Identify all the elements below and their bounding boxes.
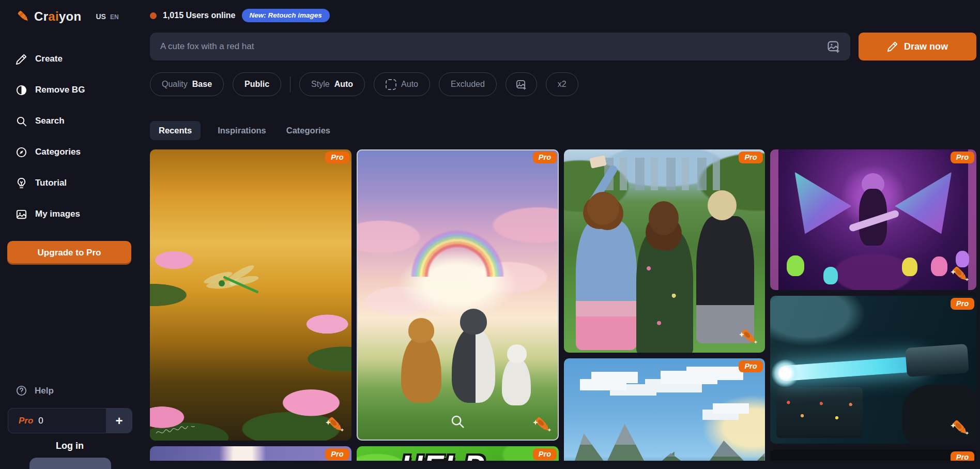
aspect-ratio-filter[interactable]: Auto xyxy=(374,72,430,96)
upgrade-to-pro-button[interactable]: Upgrade to Pro xyxy=(7,241,131,265)
sidebar-item-my-images[interactable]: My images xyxy=(16,199,147,230)
aspect-value: Auto xyxy=(401,80,418,89)
grid-column: Pro Pro xyxy=(770,149,976,461)
pro-badge: Pro xyxy=(739,152,762,163)
fairy-wing xyxy=(794,172,851,234)
crayon-logo-icon xyxy=(16,9,31,24)
edit-crayon-icon[interactable] xyxy=(324,413,347,436)
help-button[interactable]: Help xyxy=(16,385,132,397)
visibility-value: Public xyxy=(244,80,269,89)
grid-column: Pro Pro xyxy=(564,149,765,461)
ghost-figure xyxy=(902,258,917,276)
region-label[interactable]: US xyxy=(96,12,105,21)
quality-filter[interactable]: Quality Base xyxy=(150,72,224,96)
image-card-voxel-landscape[interactable]: Pro xyxy=(564,358,765,461)
edit-crayon-icon[interactable] xyxy=(948,416,972,440)
image-card-dragonfly-pond[interactable]: Pro xyxy=(150,149,351,441)
sidebar-item-label: Categories xyxy=(35,147,81,157)
image-card-park-selfie[interactable]: Pro xyxy=(564,149,765,353)
pro-badge: Pro xyxy=(951,451,974,461)
pro-badge: Pro xyxy=(325,448,349,460)
image-card-dark-glow[interactable]: Pro xyxy=(770,449,976,461)
add-image-button[interactable] xyxy=(826,39,841,54)
multiplier-filter[interactable]: x2 xyxy=(546,72,578,96)
login-button[interactable]: Log in xyxy=(11,441,128,451)
excluded-filter[interactable]: Excluded xyxy=(439,72,497,96)
person-figure xyxy=(576,194,637,350)
sidebar-item-create[interactable]: Create xyxy=(16,43,147,74)
sidebar-item-categories[interactable]: Categories xyxy=(16,137,147,168)
grid-column: Pro Pro xyxy=(150,149,351,461)
ghost-figure xyxy=(931,256,947,276)
image-card-rainbow-dogs[interactable]: Pro xyxy=(357,149,559,441)
edit-crayon-icon[interactable] xyxy=(948,262,972,286)
help-circle-icon xyxy=(16,385,27,397)
blocky-cloud xyxy=(661,371,717,384)
sidebar-item-remove-bg[interactable]: Remove BG xyxy=(16,74,147,105)
signature-scribble xyxy=(155,426,217,437)
dog-figure xyxy=(452,327,495,403)
pro-badge: Pro xyxy=(533,448,557,460)
style-filter[interactable]: Style Auto xyxy=(299,72,365,96)
online-status-dot xyxy=(150,12,157,19)
sidebar-item-search[interactable]: Search xyxy=(16,105,147,137)
blocky-cloud xyxy=(580,379,626,390)
logo-text: Craiyon xyxy=(34,9,81,24)
image-card-help-cartoon[interactable]: Pro HELP xyxy=(357,446,559,461)
aspect-ratio-icon xyxy=(386,79,396,90)
prompt-input[interactable] xyxy=(160,41,826,52)
sidebar-item-label: Tutorial xyxy=(35,178,67,188)
excluded-label: Excluded xyxy=(451,80,485,89)
reference-image-filter[interactable] xyxy=(506,72,537,96)
add-credits-button[interactable]: + xyxy=(106,409,132,433)
pro-label: Pro xyxy=(19,416,33,426)
sidebar-item-label: Create xyxy=(35,54,63,64)
image-card-ice-gun[interactable]: Pro xyxy=(770,296,976,444)
mountain xyxy=(644,436,764,461)
edit-crayon-icon[interactable] xyxy=(737,325,761,349)
gallery-tabs: Recents Inspirations Categories xyxy=(150,120,976,141)
gun-body xyxy=(905,344,969,377)
sidebar-item-label: Remove BG xyxy=(35,85,85,95)
filter-divider xyxy=(290,77,290,92)
compass-icon xyxy=(16,146,27,158)
tab-recents[interactable]: Recents xyxy=(150,121,201,140)
mountain xyxy=(564,423,675,461)
help-label: Help xyxy=(35,386,54,396)
sidebar-item-label: My images xyxy=(35,209,80,219)
logo[interactable]: Craiyon US EN xyxy=(16,7,147,26)
multiplier-value: x2 xyxy=(558,80,566,89)
pencil-icon xyxy=(887,41,898,52)
zoom-magnifier-icon[interactable] xyxy=(450,414,465,429)
pro-credit-count: 0 xyxy=(38,416,43,426)
sidebar-bottom: Help Pro 0 + Log in xyxy=(0,385,147,469)
sidebar-item-tutorial[interactable]: Tutorial xyxy=(16,168,147,199)
sidebar-nav: Create Remove BG Search Categories Tutor… xyxy=(16,43,147,230)
image-card-fairy-guitarist[interactable]: Pro xyxy=(770,149,976,290)
image-card-starry-beam[interactable]: Pro xyxy=(150,446,351,461)
city-skyline xyxy=(604,158,725,190)
tab-categories[interactable]: Categories xyxy=(283,121,333,140)
signup-button-partial[interactable] xyxy=(29,458,111,469)
tab-inspirations[interactable]: Inspirations xyxy=(215,121,269,140)
promo-badge[interactable]: New: Retouch images xyxy=(242,9,330,22)
grid-column: Pro Pro HELP xyxy=(357,149,559,461)
edit-crayon-icon[interactable] xyxy=(531,413,555,436)
pencil-icon xyxy=(16,53,27,65)
pro-badge: Pro xyxy=(325,152,349,163)
search-icon xyxy=(16,115,27,127)
locale-switch[interactable]: US EN xyxy=(96,12,118,21)
image-grid: Pro Pro Pro xyxy=(150,149,976,461)
contrast-icon xyxy=(16,84,27,96)
help-overlay-text: HELP xyxy=(401,448,485,461)
style-label: Style xyxy=(311,80,330,89)
language-label[interactable]: EN xyxy=(110,13,119,21)
style-value: Auto xyxy=(334,80,353,89)
lightbulb-icon xyxy=(16,177,27,189)
draw-now-button[interactable]: Draw now xyxy=(859,33,976,60)
visibility-filter[interactable]: Public xyxy=(233,72,281,96)
quality-value: Base xyxy=(192,80,212,89)
ghost-figure xyxy=(787,255,804,276)
image-icon xyxy=(16,208,27,220)
sidebar: Craiyon US EN Create Remove BG Search Ca… xyxy=(0,0,147,469)
